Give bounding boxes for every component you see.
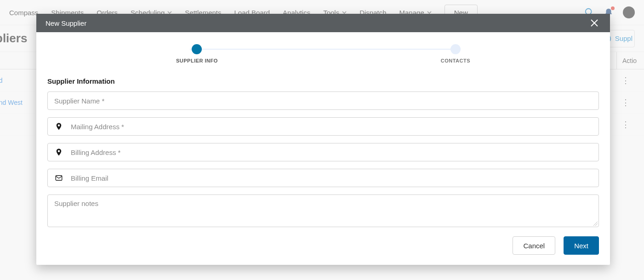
supplier-name-field[interactable] (47, 91, 599, 110)
section-title: Supplier Information (47, 77, 599, 85)
step-dot-active (192, 44, 202, 54)
billing-email-field[interactable] (47, 169, 599, 187)
step-contacts[interactable]: CONTACTS (441, 44, 470, 63)
step-dot (450, 44, 461, 54)
billing-email-input[interactable] (71, 174, 592, 182)
supplier-name-input[interactable] (54, 97, 592, 105)
modal-header: New Supplier (36, 14, 610, 32)
step-label: SUPPLIER INFO (176, 58, 218, 63)
close-button[interactable] (588, 17, 601, 29)
supplier-notes-field[interactable] (47, 194, 599, 227)
resize-handle-icon[interactable] (593, 221, 598, 226)
cancel-button[interactable]: Cancel (513, 236, 555, 255)
location-icon (54, 122, 63, 131)
app-root: Compass Shipments Orders Scheduling Sett… (0, 0, 644, 280)
modal-title: New Supplier (46, 19, 86, 27)
close-icon (590, 19, 598, 27)
mailing-address-field[interactable] (47, 117, 599, 136)
stepper: SUPPLIER INFO CONTACTS (47, 41, 599, 63)
supplier-notes-input[interactable] (54, 200, 592, 220)
next-button[interactable]: Next (564, 236, 599, 255)
billing-address-field[interactable] (47, 143, 599, 161)
modal-actions: Cancel Next (47, 236, 599, 255)
modal-body: SUPPLIER INFO CONTACTS Supplier Informat… (36, 32, 610, 265)
location-icon (54, 148, 63, 156)
billing-address-input[interactable] (71, 149, 592, 156)
stepper-line (190, 49, 456, 50)
mail-icon (54, 174, 63, 182)
mailing-address-input[interactable] (71, 123, 592, 131)
new-supplier-modal: New Supplier SUPPLIER INFO CONTACTS Supp… (36, 14, 610, 265)
step-supplier-info[interactable]: SUPPLIER INFO (176, 44, 218, 63)
step-label: CONTACTS (441, 58, 470, 63)
